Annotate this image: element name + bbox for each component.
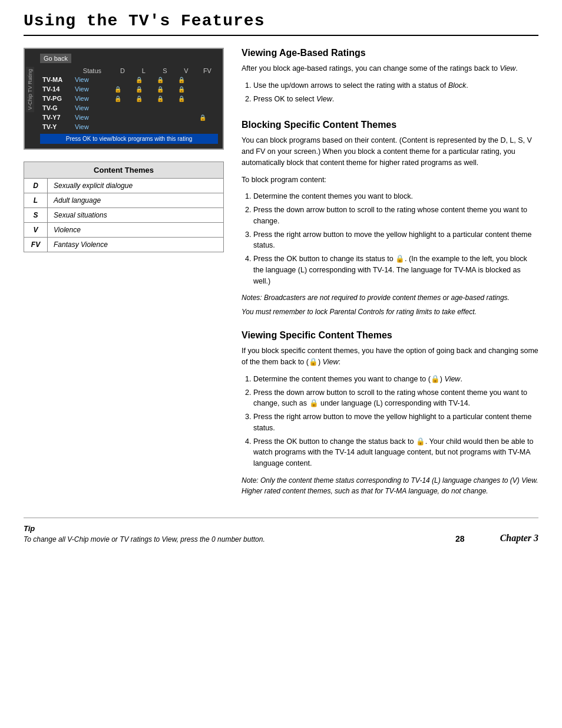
page-title: Using the TV's Features [24, 12, 538, 36]
tv-bottom-bar: Press OK to view/block programs with thi… [40, 134, 218, 144]
theme-row-l: L Adult language [24, 193, 224, 208]
tv-ratings-table: Status D L S V FV TV-MA View [40, 67, 218, 131]
list-item: Press the OK button to change its status… [253, 253, 538, 286]
section-blocking-title: Blocking Specific Content Themes [242, 120, 538, 130]
theme-row-fv: FV Fantasy Violence [24, 238, 224, 252]
section-viewing-age-title: Viewing Age-Based Ratings [242, 48, 538, 58]
theme-row-d: D Sexually explicit dialogue [24, 179, 224, 193]
list-item: Press the right arrow button to move the… [253, 411, 538, 434]
theme-code-s: S [24, 208, 48, 223]
list-item: Press OK to select View. [253, 94, 538, 105]
section-viewing-specific-intro: If you block specific content themes, yo… [242, 345, 538, 368]
theme-row-v: V Violence [24, 223, 224, 238]
footer-pagination: 28 Chapter 3 [455, 533, 538, 543]
list-item: Press the right arrow button to move the… [253, 229, 538, 252]
section-viewing-age-intro: After you block age-based ratings, you c… [242, 63, 538, 74]
theme-desc-d: Sexually explicit dialogue [48, 179, 224, 193]
viewing-specific-steps: Determine the content themes you want to… [253, 374, 538, 469]
content-themes-header: Content Themes [24, 162, 224, 179]
tip-text: To change all V-Chip movie or TV ratings… [24, 535, 265, 543]
table-row: TV-14 View 🔒 🔒 🔒 🔒 [40, 84, 218, 94]
vertical-label: V-Chip TV Rating [26, 67, 34, 112]
section-blocking-sub: To block program content: [242, 174, 538, 186]
page-number: 28 [455, 534, 465, 543]
list-item: Press the OK button to change the status… [253, 436, 538, 469]
list-item: Press the down arrow button to scroll to… [253, 205, 538, 227]
viewing-age-steps: Use the up/down arrows to select the rat… [253, 80, 538, 105]
list-item: Use the up/down arrows to select the rat… [253, 80, 538, 91]
section-blocking-content: Blocking Specific Content Themes You can… [242, 120, 538, 321]
chapter-label: Chapter 3 [500, 533, 538, 543]
theme-desc-l: Adult language [48, 193, 224, 208]
theme-code-l: L [24, 193, 48, 208]
theme-desc-fv: Fantasy Violence [48, 238, 224, 252]
tv-screen-mockup: V-Chip TV Rating Go back Status D L S V … [24, 48, 224, 150]
table-row: TV-Y7 View 🔒 [40, 113, 218, 122]
footer-tip: Tip To change all V-Chip movie or TV rat… [24, 524, 265, 543]
viewing-specific-note: Note: Only the content theme status corr… [242, 475, 538, 496]
list-item: Press the down arrow button to scroll to… [253, 387, 538, 410]
left-column: V-Chip TV Rating Go back Status D L S V … [24, 48, 224, 500]
right-column: Viewing Age-Based Ratings After you bloc… [242, 48, 538, 500]
list-item: Determine the content themes you want to… [253, 374, 538, 385]
theme-code-v: V [24, 223, 48, 238]
theme-code-fv: FV [24, 238, 48, 252]
table-row: TV-G View [40, 103, 218, 113]
theme-desc-s: Sexual situations [48, 208, 224, 223]
table-row: TV-Y View [40, 122, 218, 131]
section-viewing-age: Viewing Age-Based Ratings After you bloc… [242, 48, 538, 110]
blocking-note-1: Notes: Broadcasters are not required to … [242, 292, 538, 303]
list-item: Determine the content themes you want to… [253, 191, 538, 202]
section-viewing-specific-title: Viewing Specific Content Themes [242, 330, 538, 341]
go-back-label: Go back [40, 54, 71, 63]
content-themes-table: Content Themes D Sexually explicit dialo… [24, 162, 224, 252]
table-row: TV-MA View 🔒 🔒 🔒 [40, 75, 218, 84]
blocking-steps: Determine the content themes you want to… [253, 191, 538, 286]
blocking-note-2: You must remember to lock Parental Contr… [242, 307, 538, 317]
theme-desc-v: Violence [48, 223, 224, 238]
section-blocking-intro: You can block programs based on their co… [242, 135, 538, 168]
page-footer: Tip To change all V-Chip movie or TV rat… [24, 518, 538, 543]
tip-title: Tip [24, 524, 265, 533]
theme-code-d: D [24, 179, 48, 193]
table-row: TV-PG View 🔒 🔒 🔒 🔒 [40, 94, 218, 103]
theme-row-s: S Sexual situations [24, 208, 224, 223]
section-viewing-specific: Viewing Specific Content Themes If you b… [242, 330, 538, 500]
